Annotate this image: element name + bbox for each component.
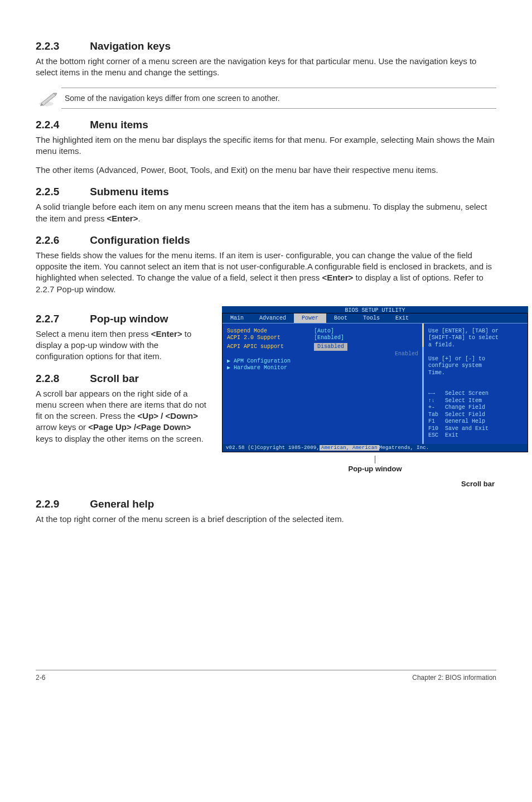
para: The highlighted item on the menu bar dis… xyxy=(36,134,496,157)
key-enter: <Enter> xyxy=(151,329,182,339)
sectitle: Submenu items xyxy=(90,186,168,197)
secnum: 2.2.8 xyxy=(36,373,87,385)
help-text: configure system xyxy=(428,363,523,370)
navkey-text: Save and Exit xyxy=(445,426,489,432)
help-text: Use [+] or [-] to xyxy=(428,356,523,363)
bios-footer-text: v02.58 (C)Copyright 1985-2009, xyxy=(226,445,320,451)
heading-229: 2.2.9 General help xyxy=(36,498,496,510)
navkey-text: Exit xyxy=(445,432,458,438)
bios-tab-advanced: Advanced xyxy=(252,313,294,323)
callout-popup: Pop-up window xyxy=(222,456,528,473)
bios-screenshot: BIOS SETUP UTILITY Main Advanced Power B… xyxy=(222,306,528,488)
navkey-text: Select Field xyxy=(445,412,485,418)
navkey-text: Select Item xyxy=(445,398,482,404)
chapter-label: Chapter 2: BIOS information xyxy=(412,674,496,682)
heading-223: 2.2.3 Navigation keys xyxy=(36,40,496,52)
text: A solid triangle before each item on any… xyxy=(36,202,487,223)
secnum: 2.2.6 xyxy=(36,234,87,247)
bios-tab-tools: Tools xyxy=(355,313,388,323)
sectitle: General help xyxy=(90,498,154,510)
pencil-note-icon xyxy=(36,90,61,107)
heading-226: 2.2.6 Configuration fields xyxy=(36,234,496,247)
page-footer: 2-6 Chapter 2: BIOS information xyxy=(36,670,496,682)
para: These fields show the values for the men… xyxy=(36,250,496,295)
para: Select a menu item then press <Enter> to… xyxy=(36,328,209,363)
help-text: Use [ENTER], [TAB] or xyxy=(428,328,523,335)
navkey-text: Select Screen xyxy=(445,390,489,397)
sectitle: Menu items xyxy=(90,119,148,131)
note-text: Some of the navigation keys differ from … xyxy=(61,88,496,109)
field-label: Suspend Mode xyxy=(227,328,267,334)
heading-225: 2.2.5 Submenu items xyxy=(36,186,496,198)
secnum: 2.2.7 xyxy=(36,313,87,325)
field-label: ACPI 2.0 Support xyxy=(227,335,280,341)
bios-tab-main: Main xyxy=(223,313,252,323)
text: arrow keys or xyxy=(36,422,88,432)
para: At the bottom right corner of a menu scr… xyxy=(36,56,496,79)
secnum: 2.2.3 xyxy=(36,40,87,52)
popup-option-dim: Enabled xyxy=(395,351,418,357)
key-updown: <Up> / <Down> xyxy=(138,411,198,421)
help-text: a field. xyxy=(428,342,523,349)
bios-tabbar: Main Advanced Power Boot Tools Exit xyxy=(223,313,528,323)
note-row: Some of the navigation keys differ from … xyxy=(36,88,496,109)
navkey: ←→ xyxy=(428,390,435,397)
navkey: F1 xyxy=(428,418,435,424)
navkey-text: General Help xyxy=(445,418,485,424)
key-pageupdn: <Page Up> /<Page Down> xyxy=(88,422,191,432)
heading-224: 2.2.4 Menu items xyxy=(36,119,496,131)
bios-tab-exit: Exit xyxy=(388,313,417,323)
secnum: 2.2.5 xyxy=(36,186,87,198)
submenu-item: ▶ Hardware Monitor xyxy=(227,365,418,372)
bios-right-pane: Use [ENTER], [TAB] or [SHIFT-TAB] to sel… xyxy=(424,323,528,444)
text: keys to display the other items on the s… xyxy=(36,434,204,443)
text: . xyxy=(138,214,140,223)
submenu-item: ▶ APM Configuration xyxy=(227,358,418,365)
sectitle: Pop-up window xyxy=(90,313,168,325)
heading-227: 2.2.7 Pop-up window xyxy=(36,313,209,325)
navkey: ESC xyxy=(428,432,438,438)
callout-scroll: Scroll bar xyxy=(222,480,528,488)
secnum: 2.2.9 xyxy=(36,498,87,510)
navkey: ↑↓ xyxy=(428,398,435,404)
secnum: 2.2.4 xyxy=(36,119,87,131)
para: The other items (Advanced, Power, Boot, … xyxy=(36,165,496,176)
navkey: Tab xyxy=(428,412,438,418)
bios-left-pane: Suspend Mode [Auto] ACPI 2.0 Support [En… xyxy=(223,323,424,444)
popup-option-selected: Disabled xyxy=(314,343,347,351)
para: At the top right corner of the menu scre… xyxy=(36,514,496,525)
help-text: [SHIFT-TAB] to select xyxy=(428,335,523,342)
key-enter: <Enter> xyxy=(322,273,353,282)
key-enter: <Enter> xyxy=(107,214,138,223)
navkey-text: Change Field xyxy=(445,404,485,410)
navkey: +- xyxy=(428,404,435,410)
field-value: [Auto] xyxy=(314,328,334,334)
field-value: [Enabled] xyxy=(314,335,344,341)
callout-label: Pop-up window xyxy=(349,465,402,473)
text: Select a menu item then press xyxy=(36,329,151,339)
sectitle: Navigation keys xyxy=(90,40,171,52)
help-text: Time. xyxy=(428,370,523,377)
navkey: F10 xyxy=(428,426,438,432)
page-number: 2-6 xyxy=(36,674,45,682)
sectitle: Scroll bar xyxy=(90,373,139,384)
bios-tab-boot: Boot xyxy=(326,313,355,323)
sectitle: Configuration fields xyxy=(90,234,190,246)
bios-footer-text: American, American xyxy=(320,445,379,451)
bios-tab-power: Power xyxy=(294,313,326,323)
heading-228: 2.2.8 Scroll bar xyxy=(36,373,209,385)
field-label: ACPI APIC support xyxy=(227,344,284,350)
para: A solid triangle before each item on any… xyxy=(36,201,496,224)
bios-footer: v02.58 (C)Copyright 1985-2009, American,… xyxy=(223,444,528,452)
para: A scroll bar appears on the right side o… xyxy=(36,388,209,445)
bios-footer-text: Megatrends, Inc. xyxy=(379,445,429,451)
